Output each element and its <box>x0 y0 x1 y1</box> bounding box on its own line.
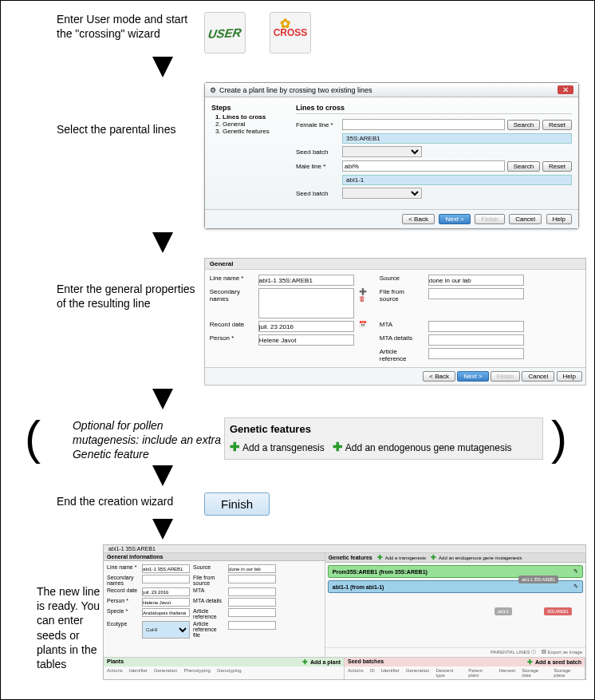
plus-icon: ✚ <box>333 440 343 453</box>
step2-label: Select the parental lines <box>9 82 204 136</box>
calendar-icon[interactable]: 📅 <box>359 321 375 328</box>
person-label: Person * <box>210 334 254 342</box>
arrow-icon <box>152 465 173 486</box>
step1-label: Enter User mode and start the "crossing"… <box>9 9 204 41</box>
secondary-names-input[interactable] <box>258 288 354 318</box>
step3-label: Enter the general properties of the resu… <box>9 258 204 310</box>
add-icon[interactable]: ➕🗑 <box>359 288 375 303</box>
general-panel: General Line name * Source Secondary nam… <box>204 258 586 386</box>
female-line-hint[interactable]: 35S:AREB1 <box>342 133 572 144</box>
edit-icon[interactable]: ✎ <box>573 568 578 575</box>
reset-button[interactable]: Reset <box>542 120 572 130</box>
record-date-input[interactable] <box>258 321 354 332</box>
gf-title: Genetic features <box>230 423 538 435</box>
source-input[interactable] <box>228 564 276 573</box>
secondary-names-label: Secondary names <box>210 288 254 303</box>
add-endogenous-button[interactable]: ✚Add an endogenous gene mutagenesis <box>333 442 512 453</box>
lineage-diagram: abi1-1 35S:AREB1 abi1-1 35S:AREB1 <box>495 575 582 631</box>
plants-header: Plants <box>107 658 124 666</box>
add-plant-button[interactable]: ✚Add a plant <box>302 658 341 666</box>
paren-left: ( <box>25 414 41 462</box>
secondary-input[interactable] <box>142 575 190 583</box>
ecotype-select[interactable]: Col-0Landsberg <box>142 621 190 639</box>
add-transgenesis-button[interactable]: ✚Add a transgenesis <box>230 442 325 453</box>
finish-button: Finish <box>491 371 520 382</box>
parental-lines-label: PARENTAL LINES <box>491 650 530 655</box>
step5-label: End the creation wizard <box>9 491 204 508</box>
wizard-step: Lines to cross <box>223 113 286 121</box>
line-name-input[interactable] <box>258 275 354 286</box>
seed-batch-select[interactable] <box>342 188 422 199</box>
app-icon: ⚙ <box>210 86 216 94</box>
add-seed-button[interactable]: ✚Add a seed batch <box>527 658 581 666</box>
mta-input[interactable] <box>428 321 524 332</box>
male-line-hint[interactable]: abi1-1 <box>342 175 572 185</box>
section-title: Lines to cross <box>296 104 572 114</box>
plus-icon: ✚ <box>230 440 240 453</box>
export-image-button[interactable]: 🖼 Export as image <box>542 650 582 655</box>
record-date-label: Record date <box>210 321 254 328</box>
reset-button[interactable]: Reset <box>542 161 572 172</box>
seed-batch-select[interactable] <box>342 146 422 157</box>
close-icon[interactable]: ✕ <box>558 85 573 94</box>
seeds-columns: ActionsIDIdentifierGenerationDescent typ… <box>345 666 585 679</box>
female-line-input[interactable] <box>342 119 505 130</box>
seeds-header: Seed batches <box>348 658 384 666</box>
file-source-input[interactable] <box>428 288 524 299</box>
step6-label: The new line is ready. You can enter see… <box>9 544 103 671</box>
next-button[interactable]: Next > <box>439 214 470 224</box>
back-button[interactable]: < Back <box>402 214 435 224</box>
article-ref-input[interactable] <box>428 348 524 359</box>
female-line-label: Female line * <box>296 121 340 129</box>
search-button[interactable]: Search <box>507 120 540 130</box>
step4-label: Optional for pollen mutagenesis: include… <box>41 415 224 462</box>
male-line-label: Male line * <box>296 163 340 170</box>
result-view: abi1-1 35S:AREB1 General informations Li… <box>103 544 586 680</box>
finish-button: Finish <box>475 214 504 224</box>
dialog-title: Create a plant line by crossing two exis… <box>219 86 372 94</box>
help-icon[interactable]: ⓘ <box>531 650 536 655</box>
paren-right: ) <box>551 414 567 462</box>
seed-batch-label: Seed batch <box>296 190 340 197</box>
general-info-header: General informations <box>104 553 325 561</box>
person-input[interactable] <box>258 334 354 346</box>
arrow-icon <box>152 389 173 409</box>
help-button[interactable]: Help <box>546 214 572 224</box>
arrow-icon <box>152 232 173 253</box>
next-button[interactable]: Next > <box>457 371 488 382</box>
add-endogenous-button[interactable]: ✚Add an endogenous gene mutagenesis <box>431 554 522 561</box>
help-button[interactable]: Help <box>557 371 582 382</box>
source-input[interactable] <box>428 275 524 286</box>
arrow-icon <box>152 519 173 540</box>
finish-button[interactable]: Finish <box>204 492 270 516</box>
crossing-dialog: ⚙Create a plant line by crossing two exi… <box>204 82 579 229</box>
seed-batch-label: Seed batch <box>296 148 340 156</box>
cancel-button[interactable]: Cancel <box>509 214 542 224</box>
search-button[interactable]: Search <box>507 161 540 172</box>
panel-title: General <box>205 259 585 270</box>
result-tab[interactable]: abi1-1 35S:AREB1 <box>104 545 585 553</box>
male-line-input[interactable] <box>342 160 505 172</box>
source-label: Source <box>380 275 424 282</box>
mta-label: MTA <box>380 321 424 328</box>
mta-details-input[interactable] <box>428 334 524 346</box>
add-transgenesis-button[interactable]: ✚Add a transgenesis <box>377 554 426 561</box>
genetic-features-panel: Genetic features ✚Add a transgenesis ✚Ad… <box>224 417 543 460</box>
crossing-wizard-icon[interactable]: CROSS <box>270 12 311 53</box>
mta-details-label: MTA details <box>380 334 424 342</box>
line-name-input[interactable] <box>142 564 190 573</box>
steps-heading: Steps <box>211 104 231 112</box>
back-button[interactable]: < Back <box>423 371 455 382</box>
file-source-label: File from source <box>380 288 424 303</box>
wizard-step: General <box>223 121 286 128</box>
line-name-label: Line name * <box>210 275 254 282</box>
cancel-button[interactable]: Cancel <box>522 371 554 382</box>
article-ref-label: Article reference <box>380 348 424 362</box>
gf-header: Genetic features <box>329 555 372 560</box>
arrow-icon <box>152 57 173 77</box>
user-mode-icon[interactable]: USER <box>204 12 246 53</box>
wizard-step: Genetic features <box>223 128 286 135</box>
plants-columns: ActionsIdentifierGenerationPhenotypingGe… <box>104 666 344 674</box>
